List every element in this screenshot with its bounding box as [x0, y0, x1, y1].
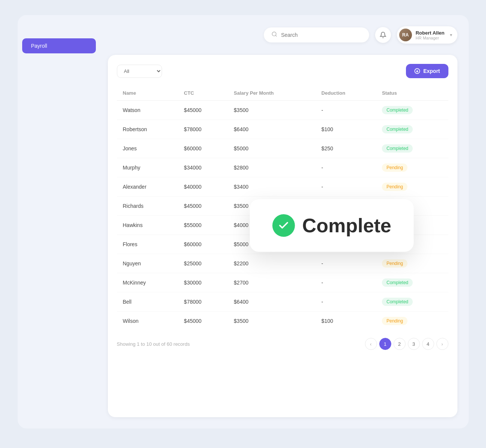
svg-point-0 — [272, 32, 276, 36]
cell-status: Pending — [376, 312, 448, 331]
cell-salary: $3500 — [228, 312, 315, 331]
filter-select[interactable]: All Completed Pending — [117, 65, 162, 78]
page-1-button[interactable]: 1 — [379, 338, 391, 350]
cell-status: Completed — [376, 273, 448, 292]
cell-deduction: - — [315, 177, 376, 197]
cell-name: Nguyen — [117, 254, 178, 273]
cell-name: Richards — [117, 197, 178, 216]
status-badge: Completed — [382, 144, 413, 153]
cell-name: Murphy — [117, 158, 178, 177]
cell-ctc: $30000 — [178, 273, 228, 292]
next-page-button[interactable]: › — [436, 338, 448, 350]
table-row: Nguyen $25000 $2200 - Pending — [117, 254, 448, 273]
checkmark-icon — [278, 220, 289, 231]
cell-ctc: $25000 — [178, 254, 228, 273]
search-box — [264, 27, 369, 42]
page-3-button[interactable]: 3 — [408, 338, 420, 350]
cell-salary: $5000 — [228, 139, 315, 158]
cell-deduction: - — [315, 101, 376, 120]
cell-salary: $6400 — [228, 292, 315, 312]
complete-text: Complete — [302, 214, 391, 237]
table-header: Name CTC Salary Per Month Deduction Stat… — [117, 86, 448, 101]
cell-ctc: $60000 — [178, 139, 228, 158]
cell-name: McKinney — [117, 273, 178, 292]
export-button[interactable]: Export — [406, 64, 448, 78]
pagination: Showing 1 to 10 out of 60 records ‹ 1 2 … — [117, 330, 448, 350]
table-card: All Completed Pending Export — [108, 55, 457, 417]
user-name: Robert Allen — [416, 30, 445, 36]
cell-name: Hawkins — [117, 216, 178, 235]
cell-salary: $2800 — [228, 158, 315, 177]
cell-ctc: $55000 — [178, 216, 228, 235]
cell-salary: $2700 — [228, 273, 315, 292]
user-role: HR Manager — [416, 36, 445, 40]
table-row: Robertson $78000 $6400 $100 Completed — [117, 120, 448, 139]
status-badge: Completed — [382, 125, 413, 133]
pagination-controls: ‹ 1 2 3 4 › — [365, 338, 448, 350]
bell-icon — [380, 32, 386, 38]
page-4-button[interactable]: 4 — [422, 338, 434, 350]
cell-name: Robertson — [117, 120, 178, 139]
table-row: Jones $60000 $5000 $250 Completed — [117, 139, 448, 158]
prev-page-button[interactable]: ‹ — [365, 338, 377, 350]
table-toolbar: All Completed Pending Export — [117, 64, 448, 78]
status-badge: Completed — [382, 298, 413, 306]
status-badge: Completed — [382, 278, 413, 287]
cell-status: Pending — [376, 177, 448, 197]
cell-ctc: $78000 — [178, 292, 228, 312]
table-row: Wilson $45000 $3500 $100 Pending — [117, 312, 448, 331]
sidebar-item-payroll[interactable]: Payroll — [22, 38, 96, 53]
status-badge: Completed — [382, 106, 413, 114]
cell-ctc: $40000 — [178, 177, 228, 197]
status-badge: Pending — [382, 163, 407, 172]
table-row: McKinney $30000 $2700 - Completed — [117, 273, 448, 292]
cell-status: Completed — [376, 101, 448, 120]
cell-deduction: - — [315, 254, 376, 273]
sidebar-menu: Payroll — [18, 38, 100, 53]
main-content: RA Robert Allen HR Manager ▾ All Complet… — [100, 15, 469, 428]
cell-salary: $3400 — [228, 177, 315, 197]
col-name: Name — [117, 86, 178, 101]
user-profile[interactable]: RA Robert Allen HR Manager ▾ — [397, 26, 457, 44]
page-2-button[interactable]: 2 — [394, 338, 406, 350]
sidebar: Payroll — [18, 15, 100, 428]
cell-name: Flores — [117, 235, 178, 254]
cell-ctc: $45000 — [178, 312, 228, 331]
cell-status: Completed — [376, 139, 448, 158]
chevron-down-icon: ▾ — [450, 32, 452, 38]
notification-button[interactable] — [375, 27, 391, 43]
complete-overlay: Complete — [250, 199, 414, 252]
cell-salary: $6400 — [228, 120, 315, 139]
cell-status: Completed — [376, 292, 448, 312]
col-status: Status — [376, 86, 448, 101]
status-badge: Pending — [382, 259, 407, 268]
status-badge: Pending — [382, 317, 407, 325]
cell-name: Alexander — [117, 177, 178, 197]
table-row: Bell $78000 $6400 - Completed — [117, 292, 448, 312]
cell-deduction: - — [315, 158, 376, 177]
cell-status: Pending — [376, 158, 448, 177]
search-input[interactable] — [281, 32, 362, 38]
cell-ctc: $78000 — [178, 120, 228, 139]
col-ctc: CTC — [178, 86, 228, 101]
avatar: RA — [399, 29, 412, 41]
cell-ctc: $34000 — [178, 158, 228, 177]
cell-deduction: - — [315, 292, 376, 312]
cell-salary: $3500 — [228, 101, 315, 120]
cell-ctc: $45000 — [178, 101, 228, 120]
table-row: Murphy $34000 $2800 - Pending — [117, 158, 448, 177]
cell-name: Wilson — [117, 312, 178, 331]
pagination-info: Showing 1 to 10 out of 60 records — [117, 341, 190, 347]
filter-area: All Completed Pending — [117, 65, 162, 78]
cell-salary: $2200 — [228, 254, 315, 273]
app-container: Payroll — [18, 15, 469, 428]
cell-deduction: - — [315, 273, 376, 292]
cell-deduction: $100 — [315, 120, 376, 139]
search-icon — [271, 31, 277, 39]
cell-name: Jones — [117, 139, 178, 158]
cell-status: Pending — [376, 254, 448, 273]
sidebar-logo — [18, 26, 100, 38]
topbar: RA Robert Allen HR Manager ▾ — [108, 23, 457, 47]
cell-name: Bell — [117, 292, 178, 312]
svg-line-1 — [276, 35, 277, 36]
